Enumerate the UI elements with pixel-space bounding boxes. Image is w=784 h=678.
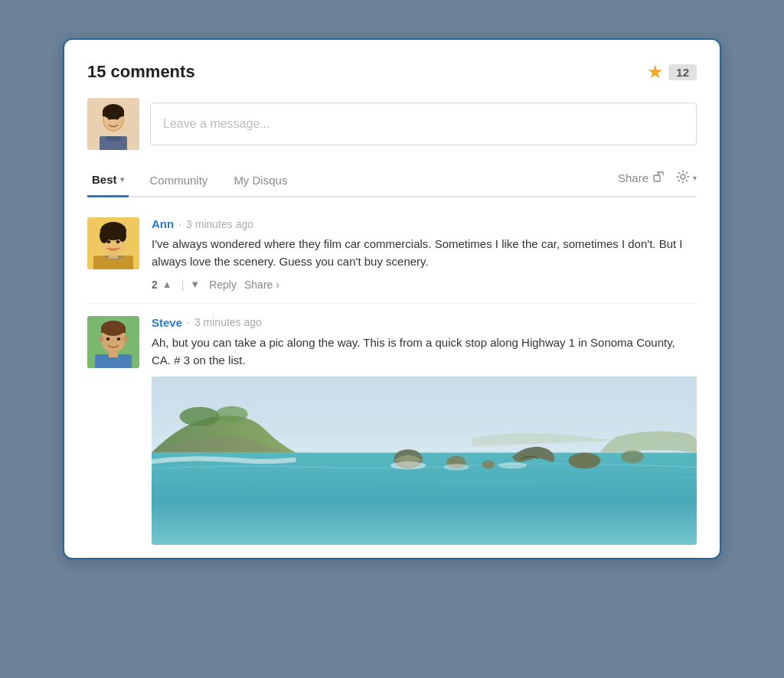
svg-point-20 <box>116 240 120 243</box>
tab-best[interactable]: Best ▾ <box>87 167 129 197</box>
svg-point-11 <box>681 174 685 179</box>
comment-item: Ann · 3 minutes ago I've always wondered… <box>87 205 697 304</box>
svg-point-35 <box>216 406 248 422</box>
svg-point-19 <box>107 240 111 243</box>
steve-avatar <box>87 316 139 368</box>
tab-community[interactable]: Community <box>145 168 213 196</box>
comment-actions: 2 ▲ | ▼ Reply Share › <box>152 279 697 291</box>
comment-time: 3 minutes ago <box>194 316 262 328</box>
comment-meta: Ann · 3 minutes ago <box>152 217 697 230</box>
comment-body: Steve · 3 minutes ago Ah, but you can ta… <box>152 316 697 546</box>
gear-chevron-icon: ▾ <box>693 174 697 182</box>
svg-point-38 <box>482 461 495 468</box>
comment-author: Steve <box>152 316 182 329</box>
svg-point-28 <box>117 337 121 341</box>
header-row: 15 comments ★ 12 <box>87 61 697 83</box>
comment-text: Ah, but you can take a pic along the way… <box>152 334 697 370</box>
svg-point-43 <box>498 462 527 468</box>
svg-point-30 <box>123 336 128 342</box>
compose-input[interactable] <box>150 103 697 145</box>
svg-point-34 <box>180 407 220 426</box>
comments-list: Ann · 3 minutes ago I've always wondered… <box>87 197 697 558</box>
svg-rect-4 <box>103 110 124 116</box>
svg-rect-8 <box>106 136 121 141</box>
vote-count: 2 <box>152 279 158 291</box>
svg-point-42 <box>443 464 469 470</box>
share-icon <box>653 171 664 184</box>
svg-point-27 <box>106 337 110 341</box>
tab-mydisqus[interactable]: My Disqus <box>229 168 292 196</box>
comment-author: Ann <box>152 217 174 230</box>
svg-point-41 <box>390 461 426 469</box>
svg-point-29 <box>99 336 103 342</box>
chevron-down-icon: ▾ <box>120 175 124 184</box>
share-button[interactable]: Share <box>618 171 664 184</box>
star-count: 12 <box>668 64 697 80</box>
star-badge: ★ 12 <box>647 61 697 83</box>
comment-item: Steve · 3 minutes ago Ah, but you can ta… <box>87 304 697 559</box>
svg-point-39 <box>568 453 600 469</box>
downvote-button[interactable]: ▼ <box>190 279 200 290</box>
upvote-button[interactable]: ▲ <box>162 279 172 290</box>
svg-point-18 <box>119 230 126 242</box>
tabs-row: Best ▾ Community My Disqus Share <box>87 167 697 197</box>
comment-text: I've always wondered where they film car… <box>152 235 697 271</box>
user-avatar <box>87 98 139 150</box>
comments-title: 15 comments <box>87 62 195 82</box>
compose-row <box>87 98 697 150</box>
svg-point-40 <box>622 450 644 463</box>
comment-meta: Steve · 3 minutes ago <box>152 316 697 329</box>
svg-point-5 <box>108 118 111 120</box>
comments-card: 15 comments ★ 12 <box>63 38 721 559</box>
svg-rect-9 <box>654 175 660 181</box>
svg-point-6 <box>116 118 119 120</box>
gear-button[interactable]: ▾ <box>676 170 697 186</box>
svg-rect-26 <box>101 328 126 333</box>
reply-button[interactable]: Reply <box>209 279 237 291</box>
star-icon[interactable]: ★ <box>647 61 664 83</box>
comment-body: Ann · 3 minutes ago I've always wondered… <box>152 217 697 291</box>
ann-avatar <box>87 217 139 269</box>
comment-time: 3 minutes ago <box>186 218 253 230</box>
comment-share-button[interactable]: Share › <box>244 279 279 291</box>
gear-icon <box>676 170 690 186</box>
tab-actions: Share ▾ <box>618 170 697 194</box>
vote-divider: | <box>181 279 185 291</box>
comment-image <box>152 376 697 545</box>
